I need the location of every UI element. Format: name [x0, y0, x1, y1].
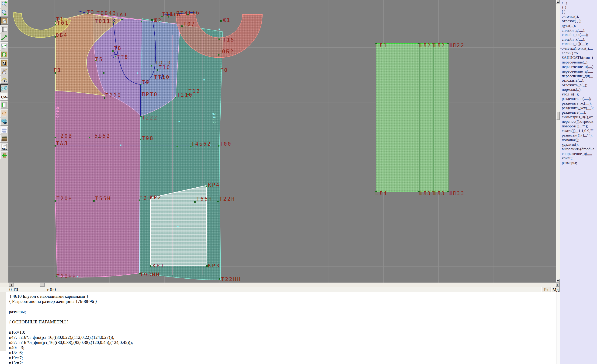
exit-tool-button[interactable] [0, 151, 8, 159]
scroll-left-icon[interactable]: ◀ [9, 283, 14, 287]
aux-point-marker[interactable] [120, 145, 121, 146]
function-template-item[interactable]: разделить(,,,,); [562, 110, 597, 115]
function-template-item[interactable]: пересечение(,,); [562, 60, 597, 65]
point-marker[interactable] [55, 24, 56, 25]
algorithm-editor[interactable]: { 4610 Блузон с накладными карманами }{ … [0, 292, 556, 364]
function-template-item[interactable]: сопряжение_д(,,,,, [562, 151, 597, 156]
function-template-item[interactable]: пересечение_н(,,,,) [562, 64, 597, 69]
point-marker[interactable] [140, 116, 141, 117]
function-template-item[interactable]: разделить_ксу(,,,,); [562, 106, 597, 110]
point-marker[interactable] [115, 56, 116, 57]
point-marker[interactable] [89, 137, 90, 138]
g-drawing-tool-button[interactable]: G [0, 76, 8, 84]
function-template-item[interactable]: сплайн_к(,,,,); [562, 37, 597, 42]
point-marker[interactable] [206, 186, 207, 187]
point-marker[interactable] [103, 72, 104, 74]
list-tool-button[interactable] [0, 126, 8, 134]
function-template-item[interactable]: нормаль(,,); [562, 87, 597, 92]
editor-line[interactable]: { Разработано на размер женщины 176-88-9… [9, 299, 133, 304]
editor-line[interactable] [9, 324, 133, 330]
aux-point-marker[interactable] [177, 226, 179, 227]
canvas-hscrollbar[interactable]: ◀ ▶ [0, 283, 560, 287]
function-template-item[interactable]: :=точка(,); [562, 14, 597, 19]
aux-point-marker[interactable] [179, 121, 180, 122]
point-marker[interactable] [181, 26, 183, 27]
point-marker[interactable] [55, 200, 56, 202]
aux-point-marker[interactable] [77, 276, 78, 277]
point-marker[interactable] [151, 65, 152, 66]
point-marker[interactable] [219, 39, 220, 40]
zoom-out-tool-button[interactable] [0, 9, 8, 16]
point-marker[interactable] [112, 51, 114, 52]
point-marker[interactable] [140, 139, 141, 140]
point-marker[interactable] [152, 20, 153, 21]
function-template-item[interactable]: разделить_кс(,,,,); [562, 101, 597, 106]
function-template-item[interactable]: отрезок( , ); [562, 19, 597, 23]
function-template-item[interactable]: отложить_в(,,); [562, 83, 597, 87]
grid-tool-button[interactable] [0, 25, 8, 33]
scroll-down-icon[interactable]: ▼ [556, 279, 560, 283]
function-template-item[interactable]: размеры; [562, 160, 597, 165]
function-template-item[interactable]: симметрия_л((),от [562, 115, 597, 119]
point-marker[interactable] [121, 19, 123, 20]
algorithm-tool-button[interactable]: ALG [0, 143, 8, 151]
point-marker[interactable] [218, 201, 219, 202]
point-marker[interactable] [177, 146, 178, 147]
hscroll-thumb[interactable] [40, 283, 45, 287]
view-3d-tool-button[interactable]: 3D [0, 118, 8, 126]
function-template-item[interactable]: сжать((),,,1.1,0.9,"" [562, 129, 597, 133]
editor-line[interactable]: п40:=-3; [9, 345, 133, 350]
rz-button[interactable]: Рз [542, 287, 551, 292]
point-marker[interactable] [140, 84, 141, 85]
point-marker[interactable] [150, 266, 151, 267]
function-template-item[interactable]: дуга(,,,); [562, 23, 597, 28]
drawing-canvas[interactable]: Т3ТОБ43ТА1Т1Т01ОБ4Т011Т11Т16ПТ4Т16Ж2Т07Ж… [8, 0, 556, 283]
function-template-item[interactable]: конец; [562, 156, 597, 160]
point-marker[interactable] [448, 191, 449, 192]
point-marker[interactable] [221, 21, 222, 22]
point-marker[interactable] [207, 266, 208, 267]
piece-marking-tool-button[interactable]: M [0, 59, 8, 67]
editor-line[interactable]: размеры; [9, 309, 133, 314]
point-marker[interactable] [218, 54, 220, 55]
aux-point-marker[interactable] [204, 79, 205, 80]
curve-tool-button[interactable] [0, 42, 8, 50]
function-template-item[interactable]: отложить(,,,); [562, 78, 597, 83]
function-template-item[interactable]: удалить(); [562, 142, 597, 147]
point-marker[interactable] [104, 97, 105, 99]
point-marker[interactable] [94, 200, 95, 202]
function-template-item[interactable]: пересечение_дн(,,, [562, 74, 597, 79]
function-template-item[interactable]: разделить_н(,,,,,); [562, 96, 597, 101]
editor-line[interactable] [9, 304, 133, 309]
function-template-item[interactable]: сплайн_к[](,,,,); [562, 41, 597, 46]
function-template-item[interactable]: выполнить(dmod\.а [562, 147, 597, 151]
canvas-vscrollbar[interactable]: ▲ ▼ [556, 0, 560, 283]
function-template-item[interactable]: развести((),(),,,""); [562, 133, 597, 138]
drafting-tool-button[interactable] [0, 67, 8, 75]
function-template-item[interactable]: [ ] [562, 9, 597, 14]
model-photo-tool-button[interactable] [0, 110, 8, 117]
editor-line[interactable]: { 4610 Блузон с накладными карманами } [9, 294, 133, 299]
aux-point-marker[interactable] [137, 72, 138, 74]
editor-line[interactable]: п16:=10; [9, 330, 133, 335]
function-template-item[interactable]: ЗАПИСАТЬ(имя=( [562, 55, 597, 60]
function-template-item[interactable]: угол_к(,,); [562, 92, 597, 97]
point-marker[interactable] [55, 145, 56, 147]
function-template-item[interactable]: ломаная(); [562, 138, 597, 142]
point-marker[interactable] [141, 21, 142, 22]
function-template-item[interactable]: :=метка(точка(,),,,, [562, 46, 597, 51]
piece-outline-tool-button[interactable] [0, 51, 8, 59]
function-template-item[interactable]: := ; [562, 0, 597, 5]
function-template-item[interactable]: пересечение_д(,,,,, [562, 69, 597, 74]
zoom-in-tool-button[interactable] [0, 0, 8, 8]
point-marker[interactable] [448, 43, 449, 44]
editor-line[interactable]: { ОСНОВНЫЕ ПАРАМЕТРЫ } [9, 319, 133, 324]
function-template-item[interactable]: перенос((),отрезок [562, 119, 597, 124]
vscroll-thumb[interactable] [556, 111, 560, 120]
editor-vscrollbar[interactable]: ︿ ﹀ [556, 292, 560, 364]
measure-tape-tool-button[interactable]: 7 8 [0, 84, 8, 92]
function-template-item[interactable]: сплайн_д(,,,,); [562, 28, 597, 33]
scroll-up-icon[interactable]: ▲ [556, 0, 560, 3]
aux-point-marker[interactable] [219, 29, 220, 30]
editor-line[interactable]: п47:=п16*л_фнк(рз_16,((80,0.22),(112,0.2… [9, 335, 133, 340]
